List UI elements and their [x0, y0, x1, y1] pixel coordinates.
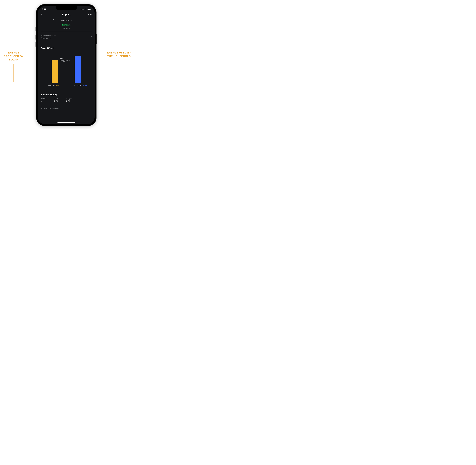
chart-bar-solar	[52, 60, 58, 83]
battery-icon	[87, 9, 91, 10]
wifi-icon	[85, 9, 87, 10]
month-label: March 2023	[61, 19, 72, 22]
chart-bar-home	[75, 56, 81, 83]
notch	[56, 6, 77, 10]
divider	[41, 105, 92, 105]
status-time: 9:41	[42, 8, 46, 11]
estimate-text: Estimate based on Solar Savers	[41, 34, 55, 39]
backup-stats: Events 0 Total 0 hr Longest 0 hr	[41, 98, 92, 102]
page-title: Impact	[38, 13, 95, 16]
back-button[interactable]	[41, 13, 42, 16]
chart-offset-annotation: 85% Energy Offset	[60, 57, 73, 62]
signal-icon	[81, 9, 84, 10]
page-header: Impact Year	[38, 11, 95, 17]
solar-offset-chart: 85% Energy Offset	[41, 52, 92, 83]
home-indicator[interactable]	[57, 122, 75, 123]
backup-history-title: Backup History	[41, 93, 92, 96]
backup-total: Total 0 hr	[54, 98, 58, 102]
chart-caption-home: 1321.9 kWh Home	[70, 84, 89, 86]
prev-month-button[interactable]	[53, 19, 54, 22]
svg-rect-4	[83, 9, 83, 10]
savings-amount: $203	[41, 23, 92, 27]
svg-rect-8	[90, 9, 91, 10]
solar-offset-title: Solar Offset	[41, 47, 92, 50]
chevron-left-icon	[41, 13, 42, 15]
backup-events: Events 0	[41, 98, 46, 102]
svg-rect-5	[83, 9, 84, 10]
savings-caption: This Month	[41, 27, 92, 29]
chart-captions: 1135.7 kWh Solar 1321.9 kWh Home	[41, 84, 92, 86]
estimate-row[interactable]: Estimate based on Solar Savers	[41, 32, 92, 42]
chevron-right-icon	[91, 36, 92, 38]
svg-rect-3	[82, 9, 82, 10]
phone-frame: 9:41 Impact Year March 2023	[36, 4, 97, 126]
month-selector: March 2023	[41, 19, 92, 22]
app-screen: 9:41 Impact Year March 2023	[38, 6, 95, 124]
svg-rect-7	[88, 9, 90, 10]
savings-amount-block: $203 This Month	[41, 23, 92, 29]
backup-longest: Longest 0 hr	[66, 98, 72, 102]
chevron-left-icon	[53, 19, 54, 21]
year-toggle[interactable]: Year	[88, 13, 92, 16]
backup-empty-message: No recent backup events	[41, 107, 92, 109]
svg-rect-2	[81, 10, 82, 10]
annotation-solar-produced: ENERGY PRODUCED BY SOLAR	[0, 51, 27, 62]
status-right-icons	[81, 9, 91, 10]
chart-caption-solar: 1135.7 kWh Solar	[43, 84, 62, 86]
annotation-home-usage: ENERGY USED BY THE HOUSEHOLD	[105, 51, 133, 58]
